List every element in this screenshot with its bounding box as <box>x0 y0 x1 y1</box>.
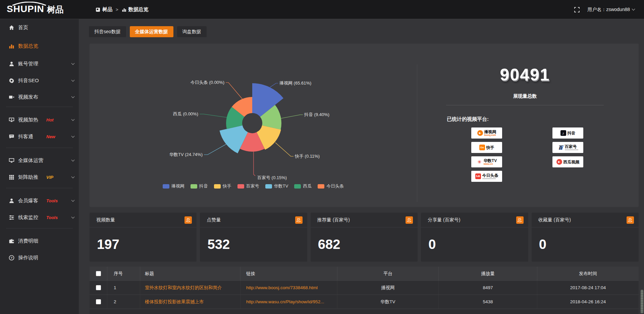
gear-icon-wrap <box>9 78 14 84</box>
sidebar-item-抖客通[interactable]: 抖客通New <box>0 130 79 143</box>
play-count-cell: 5438 <box>438 295 537 309</box>
video-url-link[interactable]: http://www.boosj.com/7338468.html <box>240 281 337 295</box>
video-title-link[interactable]: 楼体投影灯投影效果震撼上市 <box>140 295 240 309</box>
legend-label: 抖音 <box>199 183 208 189</box>
legend-item-华数TV[interactable]: 华数TV <box>265 183 288 189</box>
sidebar-item-首页[interactable]: 首页 <box>0 21 79 34</box>
bar-chart-icon <box>9 43 14 49</box>
sidebar-item-账号管理[interactable]: 账号管理 <box>0 57 79 70</box>
table-row-partial <box>90 309 639 314</box>
legend-swatch <box>163 184 169 189</box>
sidebar-item-视频加热[interactable]: 视频加热Hot <box>0 113 79 126</box>
breadcrumb: 树品>数据总览 <box>96 0 149 19</box>
row-checkbox[interactable] <box>96 285 101 290</box>
tab-抖音seo数据[interactable]: 抖音seo数据 <box>89 26 126 37</box>
pie-label-播视网: 播视网 (65.61%) <box>279 81 311 86</box>
wasu-icon: ✳ <box>477 159 482 165</box>
topbar-actions: 用户名：zswodun88 <box>574 0 635 19</box>
home-icon-wrap <box>9 25 14 31</box>
table-row: 2楼体投影灯投影效果震撼上市http://www.wasu.cn/Play/sh… <box>90 295 639 309</box>
sidebar-item-抖音SEO[interactable]: 抖音SEO <box>0 74 79 87</box>
user-menu[interactable]: 用户名：zswodun88 <box>587 7 635 13</box>
row-checkbox-cell <box>90 295 107 309</box>
pie-label-快手: 快手 (0.11%) <box>294 154 320 159</box>
pie-label-line-今日头条 <box>226 83 243 100</box>
sidebar-item-消费明细[interactable]: 消费明细 <box>0 234 79 248</box>
header-cell-序号: 序号 <box>107 267 140 280</box>
publish-time-cell: 2017-08-24 17:04 <box>537 281 639 295</box>
stat-card-视频数量: 视频数量总197 <box>90 213 197 262</box>
pie-label-抖音: 抖音 (9.40%) <box>304 112 329 117</box>
platform-cell: 播视网 <box>337 281 438 295</box>
video-title-link[interactable]: 室外水纹灯和室内水纹灯的区别和简介 <box>140 281 240 295</box>
breadcrumb-item-1[interactable]: 树品 <box>96 6 112 13</box>
table-header-row: 序号标题链接平台播放量发布时间 <box>90 267 639 280</box>
sidebar-item-label: 视频发布 <box>18 94 38 100</box>
legend-item-今日头条[interactable]: 今日头条 <box>318 183 344 189</box>
sliders-icon-wrap <box>9 215 14 220</box>
legend-swatch <box>265 184 272 189</box>
platform-badge-text: 抖音 <box>568 131 576 135</box>
sidebar-item-全媒体运营[interactable]: 全媒体运营 <box>0 154 79 167</box>
legend-label: 今日头条 <box>326 183 344 189</box>
wallet-icon-wrap <box>9 238 14 244</box>
legend-item-抖音[interactable]: 抖音 <box>191 183 208 189</box>
sidebar-item-label: 全媒体运营 <box>18 157 43 164</box>
header-cell-链接: 链接 <box>240 267 337 280</box>
tab-全媒体运营数据[interactable]: 全媒体运营数据 <box>130 26 173 37</box>
platform-badge-西瓜视频: ▶西瓜视频 <box>552 156 583 167</box>
sidebar-item-label: 抖音SEO <box>18 77 39 84</box>
video-url-link[interactable]: http://www.wasu.cn/Play/show/id/952... <box>240 295 337 309</box>
sidebar-item-线索监控[interactable]: 线索监控Tools <box>0 211 79 224</box>
sidebar-item-label: 视频加热 <box>18 117 38 123</box>
sidebar-item-视频发布[interactable]: 视频发布 <box>0 90 79 104</box>
platform-badge-text: 西瓜视频 <box>564 160 580 164</box>
sidebar-item-label: 首页 <box>18 24 28 31</box>
monitor-heat-icon <box>9 117 14 123</box>
user-icon-wrap <box>9 61 14 67</box>
fullscreen-icon[interactable] <box>574 7 580 13</box>
platform-name: 抖音 <box>568 131 576 135</box>
sidebar-item-矩阵助推[interactable]: 矩阵助推VIP <box>0 170 79 184</box>
legend-item-百家号[interactable]: 百家号 <box>237 183 259 189</box>
legend-item-播视网[interactable]: 播视网 <box>163 183 184 189</box>
breadcrumb-item-2[interactable]: 数据总览 <box>122 6 149 13</box>
chevron-down-icon <box>71 135 75 138</box>
pie-label-华数TV: 华数TV (24.74%) <box>169 152 203 157</box>
legend-item-快手[interactable]: 快手 <box>214 183 231 189</box>
stat-card-header: 点赞量总 <box>200 213 307 227</box>
stat-card-header: 分享量 (百家号)总 <box>421 213 528 227</box>
legend-swatch <box>191 184 197 189</box>
sidebar-item-会员爆客[interactable]: 会员爆客Tools <box>0 194 79 207</box>
sidebar-badge-hot: Hot <box>46 117 54 122</box>
pie-label-百家号: 百家号 (0.15%) <box>257 175 287 180</box>
app-window: SHUPIN 树品 树品>数据总览 用户名：zswodun88 首页数据总览账号… <box>0 0 644 314</box>
sidebar: 首页数据总览账号管理抖音SEO视频发布视频加热Hot抖客通New全媒体运营矩阵助… <box>0 19 79 314</box>
empty-cell <box>240 309 337 314</box>
total-impressions-value: 90491 <box>446 65 604 85</box>
sidebar-item-label: 会员爆客 <box>18 198 38 204</box>
total-badge: 总 <box>406 216 413 224</box>
total-badge: 总 <box>516 216 524 224</box>
legend-label: 快手 <box>223 183 231 189</box>
sidebar-divider <box>6 107 73 107</box>
douyin-icon: ♪ <box>560 130 566 136</box>
sidebar-item-数据总览[interactable]: 数据总览 <box>0 39 79 53</box>
sidebar-item-label: 线索监控 <box>18 214 38 221</box>
row-checkbox[interactable] <box>96 299 101 304</box>
sidebar-divider <box>6 228 73 228</box>
empty-cell <box>337 309 438 314</box>
sidebar-item-label: 消费明细 <box>18 238 38 244</box>
videos-table: 序号标题链接平台播放量发布时间1室外水纹灯和室内水纹灯的区别和简介http://… <box>90 267 639 314</box>
select-all-checkbox[interactable] <box>96 271 101 276</box>
tab-询盘数据[interactable]: 询盘数据 <box>177 26 207 37</box>
chat-icon <box>9 134 14 140</box>
wallet-icon <box>9 238 14 244</box>
legend-item-西瓜[interactable]: 西瓜 <box>294 183 312 189</box>
stat-card-分享量 (百家号): 分享量 (百家号)总0 <box>421 213 528 262</box>
vertical-scrollbar-thumb[interactable] <box>641 290 643 313</box>
breadcrumb-label: 数据总览 <box>128 6 149 13</box>
chevron-down-icon <box>71 118 75 121</box>
platforms-title: 已统计的视频平台: <box>447 116 489 122</box>
sidebar-item-操作说明[interactable]: ?操作说明 <box>0 251 79 264</box>
